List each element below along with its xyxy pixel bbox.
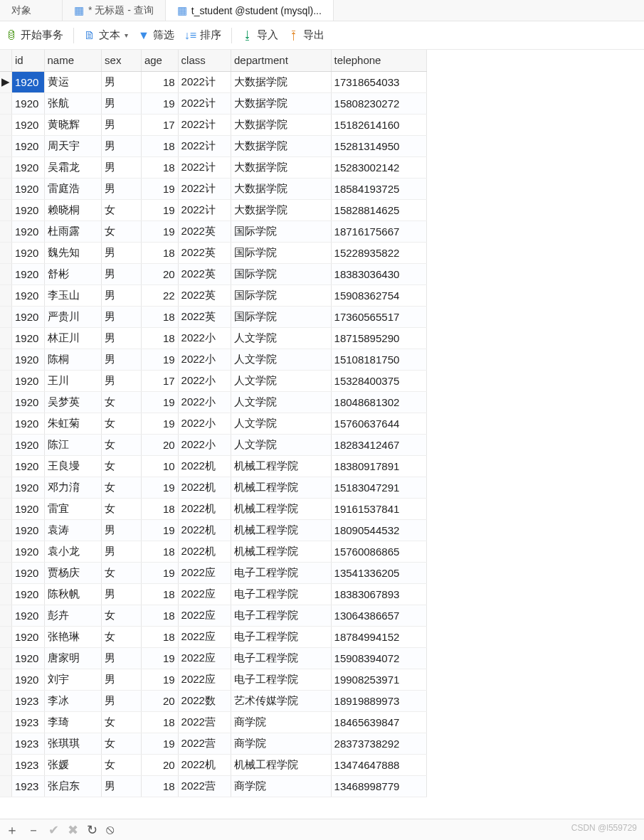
table-row[interactable]: 1920王川男172022小人文学院15328400375 <box>0 370 427 391</box>
cell-telephone[interactable]: 18465639847 <box>331 711 426 733</box>
cell-department[interactable]: 国际学院 <box>231 220 332 242</box>
col-header-age[interactable]: age <box>141 50 178 71</box>
cell-department[interactable]: 大数据学院 <box>231 114 332 135</box>
cell-sex[interactable]: 男 <box>102 71 142 92</box>
cell-department[interactable]: 人文学院 <box>231 370 332 391</box>
cell-department[interactable]: 大数据学院 <box>231 199 332 220</box>
cell-telephone[interactable]: 15760086865 <box>331 541 426 562</box>
cell-sex[interactable]: 男 <box>102 156 142 178</box>
cell-age[interactable]: 18 <box>141 541 178 562</box>
cell-id[interactable]: 1920 <box>12 498 44 519</box>
cell-id[interactable]: 1920 <box>12 391 44 413</box>
cell-name[interactable]: 李玉山 <box>44 285 102 306</box>
cell-age[interactable]: 19 <box>141 220 178 242</box>
table-row[interactable]: 1923李琦女182022营商学院18465639847 <box>0 711 427 733</box>
cell-sex[interactable]: 女 <box>102 455 142 477</box>
cell-age[interactable]: 19 <box>141 519 178 541</box>
sort-button[interactable]: ↓≡ 排序 <box>184 28 221 42</box>
table-row[interactable]: 1920黄晓辉男172022计大数据学院15182614160 <box>0 114 427 135</box>
cell-age[interactable]: 18 <box>141 71 178 92</box>
row-marker[interactable] <box>0 434 12 455</box>
cell-department[interactable]: 商学院 <box>231 733 332 754</box>
cell-telephone[interactable]: 15281314950 <box>331 135 426 156</box>
cell-age[interactable]: 20 <box>141 690 178 711</box>
cell-sex[interactable]: 女 <box>102 413 142 434</box>
cell-age[interactable]: 18 <box>141 242 178 263</box>
cell-class[interactable]: 2022计 <box>178 199 231 220</box>
cell-name[interactable]: 严贵川 <box>44 306 102 327</box>
cell-department[interactable]: 艺术传媒学院 <box>231 690 332 711</box>
cell-age[interactable]: 20 <box>141 263 178 285</box>
cell-name[interactable]: 舒彬 <box>44 263 102 285</box>
tab-table[interactable]: ▦ t_student @student (mysql)... <box>166 0 334 21</box>
cell-telephone[interactable]: 15182614160 <box>331 114 426 135</box>
cell-department[interactable]: 机械工程学院 <box>231 754 332 775</box>
row-marker[interactable] <box>0 562 12 583</box>
table-row[interactable]: 1920王良墁女102022机机械工程学院18380917891 <box>0 455 427 477</box>
cell-telephone[interactable]: 18715895290 <box>331 327 426 349</box>
cell-id[interactable]: 1920 <box>12 562 44 583</box>
cell-sex[interactable]: 女 <box>102 733 142 754</box>
cell-id[interactable]: 1920 <box>12 583 44 605</box>
cell-sex[interactable]: 男 <box>102 647 142 669</box>
cell-class[interactable]: 2022机 <box>178 541 231 562</box>
cell-telephone[interactable]: 18283412467 <box>331 434 426 455</box>
delete-row-button[interactable]: － <box>27 822 40 839</box>
cell-class[interactable]: 2022机 <box>178 455 231 477</box>
cell-department[interactable]: 机械工程学院 <box>231 519 332 541</box>
table-row[interactable]: 1920陈秋帆男182022应电子工程学院18383067893 <box>0 583 427 605</box>
cell-class[interactable]: 2022应 <box>178 647 231 669</box>
cell-id[interactable]: 1920 <box>12 626 44 647</box>
cell-telephone[interactable]: 18716175667 <box>331 220 426 242</box>
cell-telephone[interactable]: 18380917891 <box>331 455 426 477</box>
row-marker[interactable] <box>0 519 12 541</box>
cell-id[interactable]: 1920 <box>12 455 44 477</box>
table-row[interactable]: 1920袁涛男192022机机械工程学院18090544532 <box>0 519 427 541</box>
cell-class[interactable]: 2022应 <box>178 626 231 647</box>
cell-sex[interactable]: 男 <box>102 690 142 711</box>
cell-id[interactable]: 1920 <box>12 349 44 370</box>
cell-telephone[interactable]: 15108181750 <box>331 349 426 370</box>
cell-name[interactable]: 吴梦英 <box>44 391 102 413</box>
cell-id[interactable]: 1920 <box>12 135 44 156</box>
cell-name[interactable]: 贾杨庆 <box>44 562 102 583</box>
table-row[interactable]: 1920唐家明男192022应电子工程学院15908394072 <box>0 647 427 669</box>
cell-department[interactable]: 电子工程学院 <box>231 562 332 583</box>
cell-telephone[interactable]: 18383067893 <box>331 583 426 605</box>
cell-age[interactable]: 18 <box>141 626 178 647</box>
cell-age[interactable]: 19 <box>141 733 178 754</box>
cell-age[interactable]: 20 <box>141 754 178 775</box>
cell-department[interactable]: 大数据学院 <box>231 71 332 92</box>
table-row[interactable]: 1923张媛女202022机机械工程学院13474647888 <box>0 754 427 775</box>
cell-class[interactable]: 2022英 <box>178 242 231 263</box>
cell-sex[interactable]: 男 <box>102 263 142 285</box>
cell-name[interactable]: 刘宇 <box>44 669 102 690</box>
cell-department[interactable]: 人文学院 <box>231 349 332 370</box>
cell-name[interactable]: 王良墁 <box>44 455 102 477</box>
cell-class[interactable]: 2022计 <box>178 178 231 199</box>
cancel-button[interactable]: ✖ <box>68 822 78 838</box>
cell-telephone[interactable]: 15228935822 <box>331 242 426 263</box>
cell-telephone[interactable]: 18784994152 <box>331 626 426 647</box>
table-row[interactable]: 1920陈江女202022小人文学院18283412467 <box>0 434 427 455</box>
cell-class[interactable]: 2022计 <box>178 92 231 114</box>
row-marker[interactable] <box>0 391 12 413</box>
table-row[interactable]: 1920雷庭浩男192022计大数据学院18584193725 <box>0 178 427 199</box>
cell-name[interactable]: 周天宇 <box>44 135 102 156</box>
cell-sex[interactable]: 男 <box>102 327 142 349</box>
col-header-name[interactable]: name <box>44 50 102 71</box>
row-marker[interactable] <box>0 733 12 754</box>
row-marker[interactable] <box>0 199 12 220</box>
table-row[interactable]: 1920赖晓桐女192022计大数据学院15828814625 <box>0 199 427 220</box>
row-marker[interactable] <box>0 541 12 562</box>
cell-class[interactable]: 2022机 <box>178 477 231 498</box>
cell-name[interactable]: 王川 <box>44 370 102 391</box>
cell-sex[interactable]: 男 <box>102 775 142 797</box>
row-marker[interactable] <box>0 370 12 391</box>
cell-class[interactable]: 2022营 <box>178 711 231 733</box>
cell-id[interactable]: 1923 <box>12 733 44 754</box>
cell-name[interactable]: 魏先知 <box>44 242 102 263</box>
tab-query[interactable]: ▦ * 无标题 - 查询 <box>63 0 166 21</box>
table-row[interactable]: 1920朱虹菊女192022小人文学院15760637644 <box>0 413 427 434</box>
cell-department[interactable]: 机械工程学院 <box>231 498 332 519</box>
